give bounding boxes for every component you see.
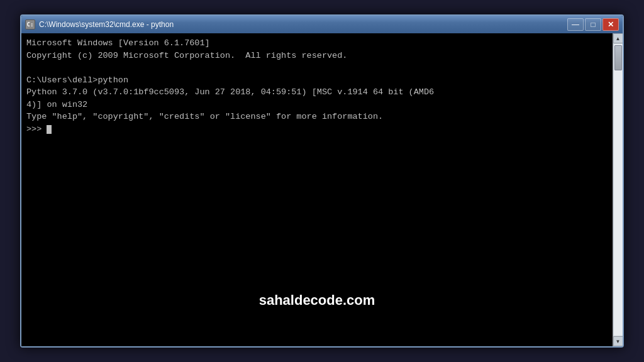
watermark: sahaldecode.com bbox=[259, 292, 375, 309]
scroll-thumb[interactable] bbox=[614, 45, 622, 70]
terminal-output: Microsoft Windows [Version 6.1.7601] Cop… bbox=[26, 37, 608, 136]
close-button[interactable]: ✕ bbox=[602, 18, 619, 31]
title-bar: C: C:\Windows\system32\cmd.exe - python … bbox=[21, 16, 623, 33]
minimize-button[interactable]: — bbox=[567, 18, 584, 31]
cursor bbox=[47, 125, 52, 134]
scrollbar[interactable]: ▲ ▼ bbox=[613, 33, 623, 346]
scroll-up-arrow[interactable]: ▲ bbox=[613, 33, 623, 43]
maximize-button[interactable]: □ bbox=[585, 18, 601, 31]
window-controls: — □ ✕ bbox=[567, 18, 619, 31]
title-bar-left: C: C:\Windows\system32\cmd.exe - python bbox=[25, 19, 174, 30]
cmd-icon: C: bbox=[25, 19, 35, 30]
cmd-window: C: C:\Windows\system32\cmd.exe - python … bbox=[20, 14, 624, 348]
window-body: Microsoft Windows [Version 6.1.7601] Cop… bbox=[21, 33, 623, 346]
scroll-track[interactable] bbox=[614, 44, 623, 336]
terminal-area[interactable]: Microsoft Windows [Version 6.1.7601] Cop… bbox=[21, 33, 613, 346]
window-title: C:\Windows\system32\cmd.exe - python bbox=[39, 20, 174, 29]
scroll-down-arrow[interactable]: ▼ bbox=[613, 336, 623, 346]
